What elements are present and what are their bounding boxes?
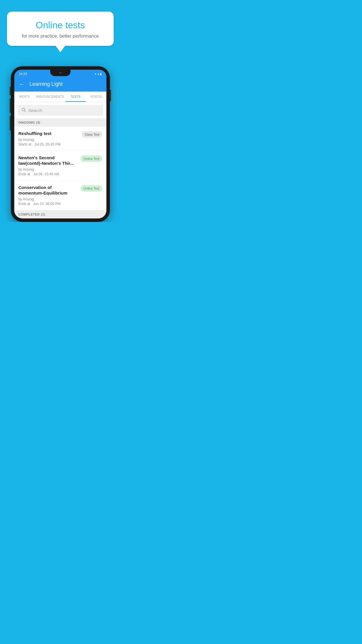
svg-line-1 (24, 111, 26, 112)
completed-section-header: COMPLETED (1) (14, 210, 106, 218)
speech-bubble: Online tests for more practice, better p… (7, 12, 114, 46)
test-by: by Anurag (18, 138, 79, 142)
status-bar: 14:29 ▾ ◂ ▮ (14, 70, 106, 77)
wifi-icon: ▾ (95, 72, 96, 76)
test-by: by Anurag (18, 197, 78, 201)
tabs-bar: MENTS ANNOUNCEMENTS TESTS VIDEOS (14, 92, 106, 102)
test-list: Reshuffling test by Anurag Starts at Jul… (14, 127, 106, 210)
test-item[interactable]: Reshuffling test by Anurag Starts at Jul… (14, 127, 106, 151)
phone-mockup: 14:29 ▾ ◂ ▮ ← Learning Light MENTS ANNOU… (0, 66, 121, 222)
back-button[interactable]: ← (19, 81, 25, 88)
bubble-subtitle: for more practice, better performance (16, 34, 105, 39)
test-name: Newton's Second law(contd)-Newton's Thir… (18, 155, 78, 166)
app-title: Learning Light (29, 81, 63, 87)
hero-section: Online tests for more practice, better p… (0, 0, 121, 52)
search-container: Search (14, 102, 106, 118)
search-icon (21, 107, 26, 113)
phone-screen: ← Learning Light MENTS ANNOUNCEMENTS TES… (14, 77, 106, 218)
test-time: Ends at Jul 06, 10:45 AM (18, 172, 78, 176)
notch-cutout (50, 70, 71, 76)
tab-videos[interactable]: VIDEOS (86, 92, 106, 102)
ongoing-section-header: ONGOING (3) (14, 118, 106, 127)
bubble-title: Online tests (16, 20, 105, 31)
phone-frame: 14:29 ▾ ◂ ▮ ← Learning Light MENTS ANNOU… (11, 66, 110, 222)
tab-tests[interactable]: TESTS (65, 92, 86, 102)
test-by: by Anurag (18, 167, 78, 172)
silent-button (10, 116, 11, 130)
power-button (110, 90, 111, 101)
battery-icon: ▮ (100, 72, 102, 76)
test-name: Reshuffling test (18, 131, 79, 136)
test-info: Reshuffling test by Anurag Starts at Jul… (18, 131, 82, 146)
status-time: 14:29 (19, 72, 27, 76)
volume-up-button (10, 87, 11, 95)
tab-ments[interactable]: MENTS (14, 92, 35, 102)
test-time: Starts at Jul 05, 05:45 PM (18, 142, 79, 146)
app-bar: ← Learning Light (14, 77, 106, 92)
test-item[interactable]: Conservation of momentum-Equilibrium by … (14, 181, 106, 210)
tab-announcements[interactable]: ANNOUNCEMENTS (35, 92, 65, 102)
test-badge-class: Class Test (82, 131, 102, 138)
test-badge-online: Online Test (80, 185, 102, 192)
test-name: Conservation of momentum-Equilibrium (18, 185, 78, 196)
search-placeholder: Search (28, 108, 42, 113)
test-info: Conservation of momentum-Equilibrium by … (18, 185, 80, 206)
camera-dot (59, 72, 61, 74)
test-item[interactable]: Newton's Second law(contd)-Newton's Thir… (14, 151, 106, 181)
test-info: Newton's Second law(contd)-Newton's Thir… (18, 155, 80, 176)
status-icons: ▾ ◂ ▮ (95, 72, 102, 76)
volume-down-button (10, 98, 11, 113)
test-badge-online: Online Test (80, 155, 102, 162)
test-time: Ends at Jun 10, 06:00 PM (18, 202, 78, 206)
signal-icon: ◂ (97, 72, 99, 76)
search-input-wrapper[interactable]: Search (18, 105, 103, 116)
